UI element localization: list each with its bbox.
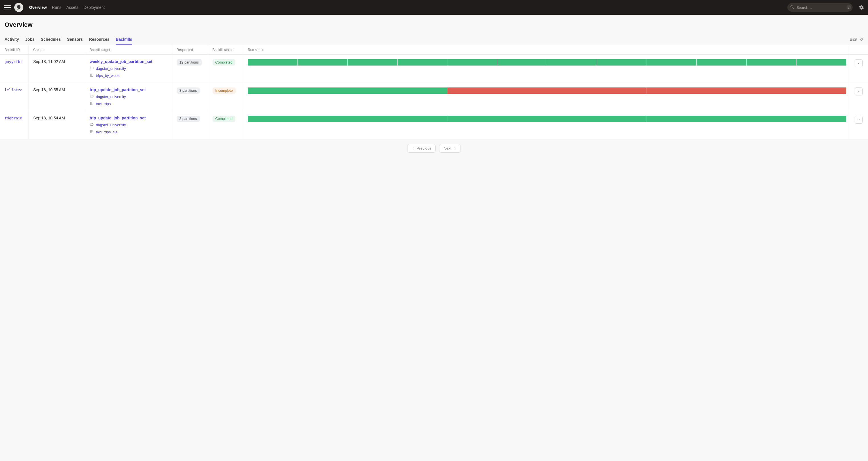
refresh-indicator: 0:08 bbox=[850, 37, 863, 45]
table-body: goyycfbtSep 18, 11:02 AMweekly_update_jo… bbox=[0, 55, 868, 139]
run-segment[interactable] bbox=[747, 59, 796, 65]
run-status-cell bbox=[243, 55, 850, 83]
refresh-icon[interactable] bbox=[860, 37, 863, 42]
run-status-cell bbox=[243, 111, 850, 139]
target-name-link[interactable]: trip_update_job_partition_set bbox=[90, 88, 168, 92]
tab-schedules[interactable]: Schedules bbox=[41, 35, 61, 45]
pagination: Previous Next bbox=[0, 139, 868, 157]
target-cell: trip_update_job_partition_setdagster_uni… bbox=[85, 83, 172, 111]
nav-link-runs[interactable]: Runs bbox=[52, 5, 61, 10]
nav-link-deployment[interactable]: Deployment bbox=[84, 5, 105, 10]
prev-button[interactable]: Previous bbox=[407, 144, 436, 153]
col-backfill-id: Backfill ID bbox=[0, 45, 29, 55]
target-cell: trip_update_job_partition_setdagster_uni… bbox=[85, 111, 172, 139]
requested-badge: 3 partitions bbox=[177, 116, 200, 122]
top-nav: OverviewRunsAssetsDeployment / bbox=[0, 0, 868, 15]
col-menu bbox=[850, 45, 868, 55]
run-segment[interactable] bbox=[597, 59, 647, 65]
tab-resources[interactable]: Resources bbox=[89, 35, 110, 45]
requested-badge: 3 partitions bbox=[177, 88, 200, 94]
run-segment[interactable] bbox=[697, 59, 746, 65]
page-title: Overview bbox=[5, 21, 863, 29]
status-badge: Incomplete bbox=[213, 88, 236, 94]
created-cell: Sep 18, 11:02 AM bbox=[29, 55, 85, 83]
backfill-id-link[interactable]: zdqbrnim bbox=[5, 116, 23, 120]
run-status-bar[interactable] bbox=[248, 59, 846, 65]
run-segment[interactable] bbox=[348, 59, 397, 65]
search-box[interactable]: / bbox=[787, 3, 852, 12]
repo-link[interactable]: dagster_university bbox=[96, 66, 126, 71]
arrow-right-icon bbox=[453, 147, 457, 150]
created-cell: Sep 18, 10:54 AM bbox=[29, 111, 85, 139]
row-menu-button[interactable] bbox=[855, 59, 863, 67]
col-status: Backfill status bbox=[208, 45, 243, 55]
search-icon bbox=[790, 5, 794, 10]
repo-link[interactable]: dagster_university bbox=[96, 123, 126, 127]
run-segment[interactable] bbox=[647, 116, 846, 122]
svg-rect-3 bbox=[90, 102, 93, 104]
nav-link-assets[interactable]: Assets bbox=[66, 5, 79, 10]
search-input[interactable] bbox=[797, 5, 844, 10]
svg-rect-0 bbox=[90, 74, 93, 76]
run-segment[interactable] bbox=[248, 88, 447, 94]
tab-jobs[interactable]: Jobs bbox=[25, 35, 35, 45]
run-status-bar[interactable] bbox=[248, 116, 846, 122]
asset-link[interactable]: taxi_trips_file bbox=[96, 130, 118, 134]
run-segment[interactable] bbox=[298, 59, 347, 65]
run-segment[interactable] bbox=[248, 116, 447, 122]
tab-backfills[interactable]: Backfills bbox=[116, 35, 132, 45]
menu-icon[interactable] bbox=[4, 4, 11, 11]
app-logo[interactable] bbox=[14, 3, 23, 12]
run-status-bar[interactable] bbox=[248, 88, 846, 94]
settings-button[interactable] bbox=[859, 5, 864, 10]
backfill-id-link[interactable]: goyycfbt bbox=[5, 60, 23, 64]
tabs-row: ActivityJobsSchedulesSensorsResourcesBac… bbox=[0, 35, 868, 45]
table-row: goyycfbtSep 18, 11:02 AMweekly_update_jo… bbox=[0, 55, 868, 83]
run-segment[interactable] bbox=[398, 59, 447, 65]
tab-activity[interactable]: Activity bbox=[5, 35, 19, 45]
target-name-link[interactable]: trip_update_job_partition_set bbox=[90, 116, 168, 120]
backfills-table: Backfill ID Created Backfill target Requ… bbox=[0, 45, 868, 139]
run-status-cell bbox=[243, 83, 850, 111]
prev-label: Previous bbox=[416, 146, 432, 150]
table-header: Backfill ID Created Backfill target Requ… bbox=[0, 45, 868, 55]
run-segment[interactable] bbox=[547, 59, 597, 65]
table-icon bbox=[90, 130, 94, 134]
nav-link-overview[interactable]: Overview bbox=[29, 5, 47, 10]
col-created: Created bbox=[29, 45, 85, 55]
status-badge: Completed bbox=[213, 59, 236, 65]
row-menu-button[interactable] bbox=[855, 88, 863, 95]
asset-link[interactable]: trips_by_week bbox=[96, 73, 120, 78]
table-icon bbox=[90, 101, 94, 106]
col-run-status: Run status bbox=[243, 45, 850, 55]
run-segment[interactable] bbox=[797, 59, 846, 65]
tab-sensors[interactable]: Sensors bbox=[67, 35, 83, 45]
run-segment[interactable] bbox=[447, 116, 647, 122]
run-segment[interactable] bbox=[447, 59, 497, 65]
refresh-countdown: 0:08 bbox=[850, 38, 857, 42]
table-row: zdqbrnimSep 18, 10:54 AMtrip_update_job_… bbox=[0, 111, 868, 139]
run-segment[interactable] bbox=[647, 88, 846, 94]
table-row: lelfptzaSep 18, 10:55 AMtrip_update_job_… bbox=[0, 83, 868, 111]
target-name-link[interactable]: weekly_update_job_partition_set bbox=[90, 59, 168, 64]
page-header: Overview bbox=[0, 15, 868, 29]
tabs: ActivityJobsSchedulesSensorsResourcesBac… bbox=[5, 35, 132, 45]
folder-icon bbox=[90, 123, 94, 127]
search-hotkey: / bbox=[847, 5, 851, 9]
target-cell: weekly_update_job_partition_setdagster_u… bbox=[85, 55, 172, 83]
next-button[interactable]: Next bbox=[439, 144, 461, 153]
run-segment[interactable] bbox=[248, 59, 298, 65]
folder-icon bbox=[90, 94, 94, 99]
requested-badge: 12 partitions bbox=[177, 59, 202, 65]
backfill-id-link[interactable]: lelfptza bbox=[5, 88, 23, 92]
table-icon bbox=[90, 73, 94, 78]
asset-link[interactable]: taxi_trips bbox=[96, 102, 111, 106]
col-target: Backfill target bbox=[85, 45, 172, 55]
status-badge: Completed bbox=[213, 116, 236, 122]
run-segment[interactable] bbox=[497, 59, 547, 65]
run-segment[interactable] bbox=[447, 88, 647, 94]
row-menu-button[interactable] bbox=[855, 116, 863, 124]
run-segment[interactable] bbox=[647, 59, 696, 65]
repo-link[interactable]: dagster_university bbox=[96, 95, 126, 99]
col-requested: Requested bbox=[172, 45, 208, 55]
